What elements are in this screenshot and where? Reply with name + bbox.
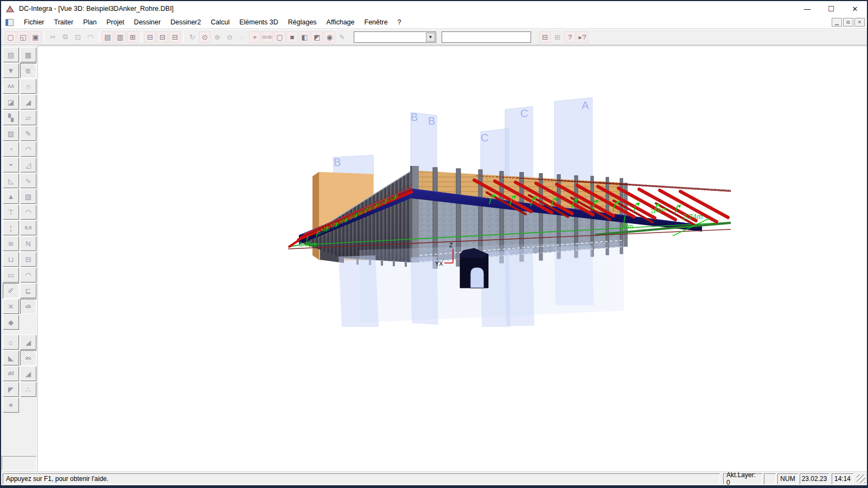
elevation-view-icon[interactable]: ⊞ — [127, 31, 138, 43]
tool-anchor-field[interactable]: ≣ — [20, 63, 36, 78]
viewport-3d[interactable]: B B B C C A — [38, 46, 867, 471]
layer-combobox[interactable]: ▼ — [354, 31, 436, 43]
tool-borehole-layers[interactable]: ▦ — [20, 47, 36, 62]
window-split-2-icon[interactable]: ⊟ — [157, 31, 168, 43]
tool-vegetation[interactable]: ΛΛ — [3, 79, 19, 94]
tool-ground-lines[interactable]: ⊑ — [20, 283, 36, 298]
tool-region-outline[interactable]: ▱ — [20, 110, 36, 125]
view-wireframe-icon[interactable]: ▢ — [274, 31, 285, 43]
context-help-icon[interactable]: ▸? — [577, 31, 588, 43]
section-view-icon[interactable]: ▥ — [114, 31, 126, 43]
tool-diamond-marker[interactable]: ◆ — [3, 314, 19, 330]
tool-dif-slope[interactable]: dif — [3, 366, 19, 381]
tool-soil-layers[interactable]: ▤ — [3, 47, 19, 62]
tool-dome[interactable]: ◠ — [20, 142, 36, 157]
tool-level-value[interactable]: 5.0 — [20, 220, 36, 235]
pan-icon[interactable]: + — [249, 31, 260, 43]
app-icon — [5, 4, 15, 13]
tool-arch-opening[interactable]: ∩ — [20, 79, 36, 94]
cut-icon: ✂ — [47, 31, 59, 43]
tool-pen-terrain[interactable]: ✐ — [3, 283, 19, 298]
tool-hatched-slope[interactable]: ▨ — [3, 126, 19, 141]
svg-text:C: C — [481, 132, 488, 144]
tool-embankment[interactable]: ◢ — [20, 94, 36, 110]
tool-peak-marker[interactable]: ▲ — [3, 189, 19, 204]
tool-percent-box[interactable]: ▭ — [3, 267, 19, 282]
menu-traiter[interactable]: Traiter — [49, 17, 79, 28]
tool-wave-profile[interactable]: ∿ — [20, 173, 36, 188]
tool-terrain-photo[interactable]: ◪ — [3, 94, 19, 110]
tool-burst[interactable]: ✶ — [3, 397, 19, 413]
mdi-restore-button[interactable]: ⧉ — [843, 18, 853, 27]
tool-rubble[interactable]: ∴ — [20, 382, 36, 397]
menu-calcul[interactable]: Calcul — [206, 17, 234, 28]
menu-affichage[interactable]: Affichage — [322, 17, 360, 28]
tool-mast[interactable]: ¦ — [3, 220, 19, 235]
svg-text:Z: Z — [449, 242, 453, 248]
tool-twin-panels[interactable]: ⊟ — [20, 252, 36, 267]
toolbar-separator — [99, 31, 99, 42]
tool-hatch-patch[interactable]: ▧ — [20, 189, 36, 204]
svg-text:A: A — [582, 99, 589, 111]
menu-reglages[interactable]: Réglages — [283, 17, 322, 28]
minimize-button[interactable]: — — [795, 2, 819, 16]
mdi-minimize-button[interactable]: ▁ — [832, 18, 842, 27]
new-file-icon[interactable]: ▢ — [5, 31, 16, 43]
tool-compass-gauge[interactable]: ◔ — [3, 142, 19, 157]
menu-plan[interactable]: Plan — [78, 17, 101, 28]
menu-fichier[interactable]: Fichier — [19, 17, 49, 28]
window-title: DC-Integra - [Vue 3D: Beispiel3DAnker_Ro… — [19, 5, 174, 12]
resize-grip[interactable] — [857, 474, 865, 483]
chevron-down-icon[interactable]: ▼ — [426, 33, 435, 42]
help-icon[interactable]: ? — [564, 31, 576, 43]
tool-slope-profile[interactable]: ◿ — [20, 157, 36, 172]
tool-tunnel-section[interactable]: ◓ — [3, 157, 19, 172]
tool-structures[interactable]: ⌂ — [3, 335, 19, 350]
menu-elements3d[interactable]: Eléments 3D — [234, 17, 283, 28]
tool-fan-sections[interactable]: ≋ — [3, 236, 19, 251]
tool-delete-cross[interactable]: ✕ — [3, 299, 19, 314]
menu-projet[interactable]: Projet — [101, 17, 129, 28]
tool-dark-wedge[interactable]: ◤ — [3, 382, 19, 397]
tool-abc-labels[interactable]: ab — [20, 299, 36, 314]
menu-fenetre[interactable]: Fenêtre — [360, 17, 393, 28]
plan-view-icon[interactable]: ▤ — [102, 31, 113, 43]
print-preview-icon: ⊞ — [552, 31, 563, 43]
visibility-icon[interactable]: ◉ — [324, 31, 335, 43]
mdi-close-button[interactable]: ✕ — [854, 18, 865, 27]
window-split-1-icon[interactable]: ⊟ — [144, 31, 156, 43]
tool-terrain-model[interactable]: ▚ — [3, 110, 19, 125]
zoom-dynamic-icon[interactable]: ⊙ — [199, 31, 210, 43]
view-solid-icon[interactable]: ■ — [286, 31, 298, 43]
menu-dessiner2[interactable]: Dessiner2 — [165, 17, 206, 28]
tool-fill-import[interactable]: ▼ — [3, 63, 19, 78]
maximize-button[interactable]: ☐ — [819, 2, 843, 16]
close-button[interactable]: ✕ — [843, 2, 867, 16]
menu-aide[interactable]: ? — [393, 17, 406, 28]
print-icon[interactable]: ⊟ — [539, 31, 551, 43]
view-hidden-line-icon[interactable]: ◧ — [299, 31, 310, 43]
tool-north-arrow[interactable]: N — [20, 236, 36, 251]
window-split-3-icon[interactable]: ⊟ — [169, 31, 181, 43]
menu-dessiner[interactable]: Dessiner — [129, 17, 165, 28]
toolbar-separator — [183, 31, 184, 42]
svg-text:2.74m: 2.74m — [683, 213, 703, 221]
tool-slope-b[interactable]: ◢ — [20, 366, 36, 381]
svg-text:B: B — [334, 156, 341, 168]
save-icon[interactable]: ▣ — [30, 31, 41, 43]
view-2d3d-toggle-icon[interactable]: 2D/3D — [261, 31, 273, 43]
tool-mound[interactable]: ◠ — [20, 204, 36, 220]
tool-slope-chimney[interactable]: ◣ — [3, 350, 19, 365]
tool-arc-segment[interactable]: ◠ — [20, 267, 36, 282]
open-file-icon[interactable]: ◱ — [17, 31, 29, 43]
tool-slope-arrow[interactable]: ◺ — [3, 173, 19, 188]
tool-sketch[interactable]: ✎ — [20, 126, 36, 141]
view-shaded-icon[interactable]: ◩ — [311, 31, 323, 43]
tunnel-culvert — [460, 248, 488, 288]
tool-open-box[interactable]: ⊔ — [3, 252, 19, 267]
command-input[interactable] — [442, 31, 531, 43]
tool-text-box[interactable]: ⊤ — [3, 204, 19, 220]
zoom-out-icon: ⊖ — [224, 31, 235, 43]
tool-slope-a[interactable]: ◢ — [20, 335, 36, 350]
tool-auto-slope[interactable]: au — [20, 350, 36, 365]
